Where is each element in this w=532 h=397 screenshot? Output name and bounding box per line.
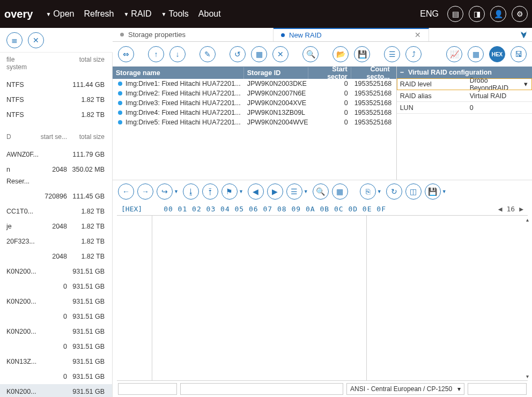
layers-icon[interactable]: ☰	[384, 46, 400, 62]
remove-icon[interactable]: ✕	[272, 46, 289, 62]
sidebar-row[interactable]: 0931.51 GB	[0, 279, 112, 294]
collapse-icon[interactable]: −	[400, 69, 404, 76]
bookmark-icon[interactable]: ⚑	[221, 183, 238, 200]
dropdown-icon[interactable]: ▼	[377, 189, 382, 194]
sidebar-row[interactable]: 0931.51 GB	[0, 339, 112, 354]
raid-config-row[interactable]: RAID levelDrobo BeyondRAID▾	[397, 78, 532, 90]
col-totalsize[interactable]: total size	[67, 133, 110, 141]
save-layout-icon[interactable]: 🖫	[511, 46, 527, 62]
settings-gear-icon[interactable]: ⚙	[512, 6, 528, 22]
edit-icon[interactable]: ✎	[200, 46, 216, 62]
col-storage-name[interactable]: Storage name	[113, 67, 244, 79]
sidebar-row[interactable]: K0N200...931.51 GB	[0, 384, 112, 397]
col-startsector[interactable]: start se...	[29, 133, 67, 141]
move-down-icon[interactable]: ↓	[169, 46, 186, 62]
sidebar-row[interactable]: 0931.51 GB	[0, 309, 112, 324]
list-icon[interactable]: ☰	[286, 183, 302, 200]
nav-forward-step-icon[interactable]: ↪	[157, 183, 173, 200]
hex-search-input[interactable]	[180, 383, 343, 395]
grid-icon[interactable]: ▦	[468, 46, 484, 62]
export-icon[interactable]: ⤴	[405, 46, 422, 62]
sidebar-row[interactable]: NTFS1.82 TB	[0, 107, 112, 122]
language-selector[interactable]: ENG	[420, 9, 439, 19]
list-view-icon[interactable]: ≣	[6, 32, 23, 48]
copy-icon[interactable]: ⎘	[360, 183, 376, 200]
raid-config-row[interactable]: LUN0	[397, 102, 532, 114]
sidebar-row[interactable]: n Reser...2048350.02 MB	[0, 162, 112, 189]
col-filesystem[interactable]: file system	[2, 56, 29, 71]
tabs-overflow-icon[interactable]: ⮟	[520, 31, 532, 39]
sidebar-row[interactable]: 720896111.45 GB	[0, 189, 112, 204]
table-icon[interactable]: ▦	[332, 183, 348, 200]
drive-dot-icon	[118, 91, 122, 95]
refresh-icon[interactable]: ↻	[386, 183, 402, 200]
col-count-sectors[interactable]: Count secto...	[351, 67, 396, 79]
activity-log-icon[interactable]: ▤	[447, 6, 463, 22]
undo-icon[interactable]: ↺	[230, 46, 246, 62]
menu-tools[interactable]: ▼Tools	[158, 7, 192, 21]
storage-row[interactable]: Img:Drive5: Fixed Hitachi HUA72201...JPW…	[113, 117, 396, 127]
raid-config-row[interactable]: RAID aliasVirtual RAID	[397, 90, 532, 102]
page-number: 16	[507, 205, 515, 213]
nav-back-icon[interactable]: ←	[118, 183, 134, 200]
hex-mode-badge[interactable]: HEX	[489, 46, 505, 62]
dropdown-icon[interactable]: ▼	[174, 189, 179, 194]
sidebar-row[interactable]: K0N200...931.51 GB	[0, 324, 112, 339]
chip-icon[interactable]: ▦	[251, 46, 267, 62]
col-totalsize[interactable]: total size	[67, 56, 110, 71]
menu-open[interactable]: ▼Open	[42, 7, 77, 21]
activity-icon[interactable]: 📈	[446, 46, 462, 62]
tag-right-icon[interactable]: ▶	[267, 183, 283, 200]
sidebar-row[interactable]: NTFS1.82 TB	[0, 92, 112, 107]
page-next-icon[interactable]: ▶	[519, 205, 523, 213]
storage-row[interactable]: Img:Drive4: Fixed Hitachi HUA72201...JPW…	[113, 108, 396, 117]
storage-row[interactable]: Img:Drive2: Fixed Hitachi HUA72201...JPW…	[113, 89, 396, 98]
close-icon[interactable]: ✕	[28, 32, 44, 48]
open-folder-icon[interactable]: 📂	[332, 46, 349, 62]
dropdown-icon[interactable]: ▼	[304, 189, 308, 194]
menu-refresh[interactable]: Refresh	[80, 7, 117, 21]
storage-row[interactable]: Img:Drive1: Fixed Hitachi HUA72201...JPW…	[113, 79, 396, 89]
hex-goto-input[interactable]	[118, 383, 177, 395]
dropdown-icon[interactable]: ▼	[239, 189, 243, 194]
sidebar-row[interactable]: K0N13Z...931.51 GB	[0, 354, 112, 369]
nav-forward-icon[interactable]: →	[137, 183, 153, 200]
page-prev-icon[interactable]: ◀	[498, 205, 503, 213]
storage-row[interactable]: Img:Drive3: Fixed Hitachi HUA72201...JPW…	[113, 98, 396, 108]
columns-icon[interactable]: ◫	[405, 183, 422, 200]
download-icon[interactable]: ⭳	[183, 183, 199, 200]
tab-close-icon[interactable]: ✕	[415, 31, 421, 39]
zoom-icon[interactable]: 🔍	[313, 183, 329, 200]
menu-raid[interactable]: ▼RAID	[120, 7, 154, 21]
search-icon[interactable]: 🔍	[302, 46, 319, 62]
col-start-sector[interactable]: Start sector	[308, 67, 351, 79]
sidebar-row[interactable]: NTFS111.44 GB	[0, 77, 112, 92]
hex-aux-input[interactable]	[468, 383, 527, 395]
save-icon[interactable]: 💾	[354, 46, 370, 62]
user-icon[interactable]: 👤	[490, 6, 506, 22]
tab-storage-properties[interactable]: Storage properties	[113, 28, 274, 41]
save-hex-icon[interactable]: 💾	[425, 183, 441, 200]
panel-layout-icon[interactable]: ◨	[469, 6, 485, 22]
col-storage-id[interactable]: Storage ID	[244, 67, 308, 79]
dropdown-icon[interactable]: ▼	[442, 189, 447, 194]
sidebar-row[interactable]: K0N200...931.51 GB	[0, 264, 112, 279]
chevron-down-icon[interactable]: ▾	[524, 80, 528, 88]
upload-icon[interactable]: ⭱	[202, 183, 218, 200]
sidebar-row[interactable]: CC1T0...1.82 TB	[0, 204, 112, 219]
tab-new-raid[interactable]: New RAID ✕	[274, 28, 429, 41]
menu-about[interactable]: About	[195, 7, 224, 21]
sidebar-row[interactable]: 20481.82 TB	[0, 249, 112, 264]
sidebar-row[interactable]: 0931.51 GB	[0, 369, 112, 384]
col-id[interactable]: D	[2, 133, 29, 141]
sidebar-row[interactable]: AWNZ0F...111.79 GB	[0, 147, 112, 162]
encoding-combo[interactable]: ANSI - Central European / CP-1250 ▾	[346, 383, 464, 395]
scroll-down-icon[interactable]: ▾	[526, 373, 529, 379]
sidebar-row[interactable]: K0N200...931.51 GB	[0, 294, 112, 309]
sidebar-row[interactable]: 20F323...1.82 TB	[0, 234, 112, 249]
tag-left-icon[interactable]: ◀	[248, 183, 264, 200]
move-up-icon[interactable]: ↑	[148, 46, 164, 62]
sidebar-row[interactable]: je20481.82 TB	[0, 219, 112, 234]
scroll-up-icon[interactable]: ▴	[526, 217, 529, 223]
fit-width-icon[interactable]: ⇔	[118, 46, 134, 62]
